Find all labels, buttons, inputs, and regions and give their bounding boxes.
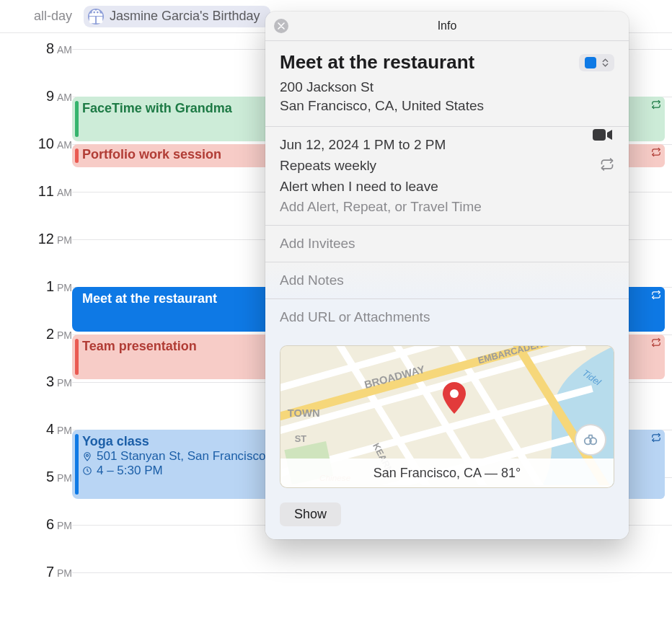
hour-label: 6PM [0, 509, 84, 533]
show-button[interactable]: Show [280, 502, 341, 526]
add-invitees-link: Add Invitees [280, 236, 614, 252]
event-strip[interactable] [647, 144, 665, 167]
map-street-label: TOWN [288, 408, 320, 420]
allday-event-birthday[interactable]: Jasmine Garcia's Birthday [84, 6, 270, 27]
binoculars-icon [583, 432, 598, 448]
popover-notes-section[interactable]: Add Notes [265, 262, 629, 299]
event-strip[interactable] [647, 335, 665, 379]
repeat-icon [651, 147, 661, 157]
map-pin-icon [442, 382, 467, 417]
event-alert[interactable]: Alert when I need to leave [280, 179, 438, 195]
event-color-bar [75, 149, 79, 163]
event-strip[interactable] [647, 430, 665, 499]
hour-label: 11AM [0, 176, 84, 200]
hour-label: 1PM [0, 271, 84, 295]
allday-event-label: Jasmine Garcia's Birthday [110, 9, 260, 24]
event-datetime[interactable]: Jun 12, 2024 1 PM to 2 PM [280, 137, 614, 153]
add-url-link: Add URL or Attachments [280, 309, 614, 325]
event-color-bar [75, 339, 79, 375]
video-icon [593, 128, 613, 142]
event-strip[interactable] [647, 287, 665, 332]
chevron-updown-icon [602, 58, 609, 67]
popover-url-section[interactable]: Add URL or Attachments [265, 299, 629, 335]
hour-label: 3PM [0, 366, 84, 390]
popover-invitees-section[interactable]: Add Invitees [265, 226, 629, 262]
repeat-icon [600, 157, 614, 174]
popover-title-section: Meet at the restaurant 200 Jackson St Sa… [265, 41, 629, 127]
popover-datetime-section: Jun 12, 2024 1 PM to 2 PM Repeats weekly… [265, 127, 629, 226]
pin-icon [82, 451, 92, 461]
repeat-icon [651, 433, 661, 443]
repeat-icon [651, 337, 661, 347]
add-notes-link: Add Notes [280, 273, 614, 288]
hour-label: 5PM [0, 461, 84, 485]
svg-point-14 [450, 389, 459, 398]
facetime-button[interactable] [593, 128, 613, 145]
repeat-icon [651, 99, 661, 110]
svg-point-0 [87, 454, 89, 456]
event-color-bar [75, 101, 79, 137]
close-button[interactable] [274, 19, 288, 33]
calendar-app: { "allday": { "label": "all-day", "items… [0, 0, 672, 620]
popover-header-title: Info [438, 19, 457, 32]
gift-icon [88, 9, 104, 25]
hour-label: 8AM [0, 33, 84, 57]
event-repeat[interactable]: Repeats weekly [280, 158, 376, 174]
map-street-label: ST [295, 433, 307, 444]
popover-footer: Show [265, 495, 629, 539]
repeat-icon [651, 290, 661, 300]
event-info-popover: Info Meet at the restaurant 200 Jackson … [265, 12, 629, 539]
location-line1: 200 Jackson St [280, 78, 614, 97]
map-lookaround-button[interactable] [575, 424, 606, 456]
popover-header: Info [265, 12, 629, 41]
hour-label: 9AM [0, 81, 84, 105]
allday-label: all-day [0, 9, 84, 24]
map[interactable]: BROADWAY EMBARCADERO KEARNY TOWN ST Tide… [280, 345, 614, 488]
svg-rect-2 [593, 129, 606, 141]
hour-label: 7PM [0, 557, 84, 580]
add-alert-link[interactable]: Add Alert, Repeat, or Travel Time [280, 199, 482, 215]
close-icon [278, 22, 285, 30]
hour-label: 2PM [0, 319, 84, 342]
event-title-field[interactable]: Meet at the restaurant [280, 51, 474, 74]
map-footer: San Francisco, CA — 81° [280, 459, 614, 487]
color-swatch [585, 57, 596, 68]
event-strip[interactable] [647, 97, 665, 141]
event-location[interactable]: 200 Jackson St San Francisco, CA, United… [280, 78, 614, 115]
location-line2: San Francisco, CA, United States [280, 97, 614, 115]
popover-map-section: BROADWAY EMBARCADERO KEARNY TOWN ST Tide… [265, 335, 629, 495]
clock-icon [82, 466, 92, 476]
hour-label: 10AM [0, 128, 84, 152]
event-color-bar [75, 434, 79, 495]
calendar-color-selector[interactable] [579, 54, 614, 71]
hour-label: 12PM [0, 223, 84, 247]
hour-label: 4PM [0, 414, 84, 438]
